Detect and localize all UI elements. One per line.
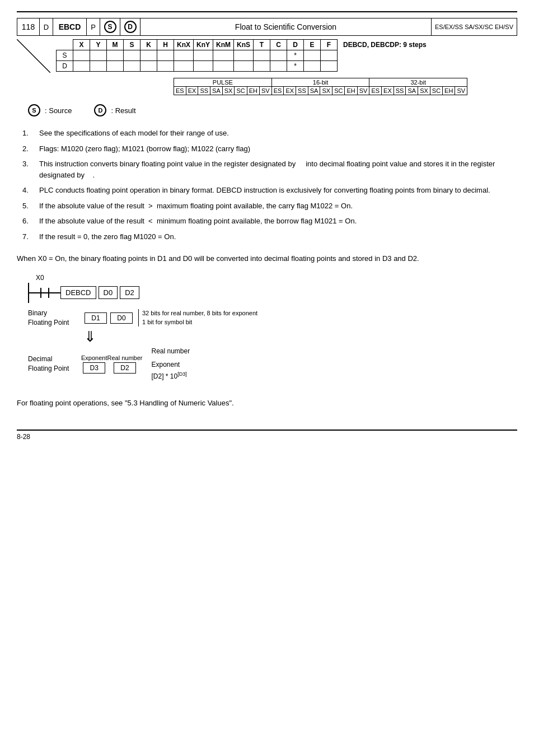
app-cell: SC <box>235 87 247 95</box>
table-row: D * <box>57 61 430 72</box>
note-5-num: 5. <box>22 200 39 212</box>
note-7-text: If the result = 0, the zero flag M1020 =… <box>39 231 517 242</box>
cell-s-c <box>270 50 287 61</box>
instruction-number: 118 <box>17 18 40 35</box>
diagonal-area <box>17 39 50 74</box>
cell-d-note <box>338 61 430 72</box>
col-s: S <box>124 40 140 50</box>
app-cell: EH <box>247 87 259 95</box>
cell-s-knx <box>174 50 194 61</box>
col-m: M <box>107 40 124 50</box>
formula-area: Real number Exponent [D2] * 10[D3] <box>151 346 190 382</box>
col-kns: KnS <box>234 40 254 50</box>
cell-s-k <box>140 50 157 61</box>
binary-fp-row: BinaryFloating Point D1 D0 32 bits for r… <box>28 309 517 328</box>
col-x: X <box>73 40 90 50</box>
page-number: 8-28 <box>17 433 517 441</box>
exponent-col: Exponent D3 <box>81 354 107 374</box>
contact-gap <box>41 292 48 293</box>
steps-label: DEBCD, DEBCDP: 9 steps <box>338 40 430 50</box>
result-text: : Result <box>111 106 135 115</box>
instruction-description: Float to Scientific Conversion <box>140 18 432 35</box>
legend: S : Source D : Result <box>28 104 517 116</box>
col-f: F <box>321 40 338 50</box>
row-d-label: D <box>57 61 73 72</box>
result-symbol: D <box>94 104 106 116</box>
app-cell: SS <box>394 87 406 95</box>
app-cell: SV <box>455 87 467 95</box>
source-symbol: S <box>28 104 40 116</box>
cell-d-s <box>124 61 140 72</box>
app-cell: EX <box>382 87 394 95</box>
note-5: 5. If the absolute value of the result >… <box>22 200 517 212</box>
col-c: C <box>270 40 287 50</box>
formula-main: [D2] * 10 <box>151 372 177 380</box>
decimal-fp-label: DecimalFloating Point <box>28 354 81 374</box>
source-icon: S <box>100 18 120 35</box>
cell-d-f <box>321 61 338 72</box>
app-cell: ES <box>174 87 186 95</box>
app-cell: SV <box>260 87 272 95</box>
cell-d-e <box>304 61 321 72</box>
wire-1 <box>29 292 40 293</box>
cell-d-c <box>270 61 287 72</box>
cell-d-kny <box>194 61 213 72</box>
note-2-text: Flags: M1020 (zero flag); M1021 (borrow … <box>39 143 517 155</box>
col-d: D <box>287 40 304 50</box>
cell-d-x <box>73 61 90 72</box>
app-cell: SS <box>198 87 210 95</box>
source-text: : Source <box>45 106 72 115</box>
cell-s-f <box>321 50 338 61</box>
top-border <box>17 11 517 12</box>
note-6-num: 6. <box>22 216 39 227</box>
d0-binary-box: D0 <box>110 312 133 324</box>
reference-section: For floating point operations, see "5.3 … <box>17 399 517 407</box>
real-col: Real number D2 <box>107 354 142 374</box>
d2-box: D2 <box>120 286 139 299</box>
cell-s-t <box>254 50 270 61</box>
operand-table-container: X Y M S K H KnX KnY KnM KnS T C D E F DE… <box>56 39 430 74</box>
pulse-label: PULSE <box>174 78 272 87</box>
app-cell: SV <box>357 87 369 95</box>
col-h: H <box>157 40 174 50</box>
d-circle: D <box>124 21 137 33</box>
note-7-num: 7. <box>22 231 39 242</box>
instruction-type: D <box>40 18 53 35</box>
bit32-label: 32-bit <box>369 78 467 87</box>
cell-d-m <box>107 61 124 72</box>
cell-s-e <box>304 50 321 61</box>
d2-decimal-box: D2 <box>114 362 136 374</box>
note-2-num: 2. <box>22 143 39 155</box>
bit16-label: 16-bit <box>271 78 369 87</box>
notes-section: 1. See the specifications of each model … <box>17 128 517 242</box>
app-cell: ES <box>369 87 382 95</box>
note-5-text: If the absolute value of the result > ma… <box>39 200 517 212</box>
cell-s-d: * <box>287 50 304 61</box>
note-6-text: If the absolute value of the result < mi… <box>39 216 517 227</box>
col-kny: KnY <box>194 40 213 50</box>
cell-d-y <box>90 61 107 72</box>
wire-2 <box>49 292 60 293</box>
bottom-border <box>17 430 517 431</box>
diagonal-slash <box>17 39 50 73</box>
app-cell: SA <box>308 87 320 95</box>
app-cell: ES <box>271 87 284 95</box>
note-1-num: 1. <box>22 128 39 139</box>
col-k: K <box>140 40 157 50</box>
ladder-line: DEBCD D0 D2 <box>28 283 517 303</box>
cell-d-knx <box>174 61 194 72</box>
note-7: 7. If the result = 0, the zero flag M102… <box>22 231 517 242</box>
app-cell: SC <box>332 87 345 95</box>
dest-icon: D <box>120 18 140 35</box>
note-4-num: 4. <box>22 185 39 196</box>
col-e: E <box>304 40 321 50</box>
cell-s-note <box>338 50 430 61</box>
app-cell: SX <box>418 87 430 95</box>
s-circle: S <box>104 21 116 33</box>
cell-s-m <box>107 50 124 61</box>
cell-d-h <box>157 61 174 72</box>
applicability-label: ES/EX/SS SA/SX/SC EH/SV <box>432 18 517 35</box>
ladder-diagram: X0 DEBCD D0 D2 <box>28 274 517 303</box>
real-header: Real number <box>107 354 142 361</box>
x0-label: X0 <box>36 274 517 282</box>
